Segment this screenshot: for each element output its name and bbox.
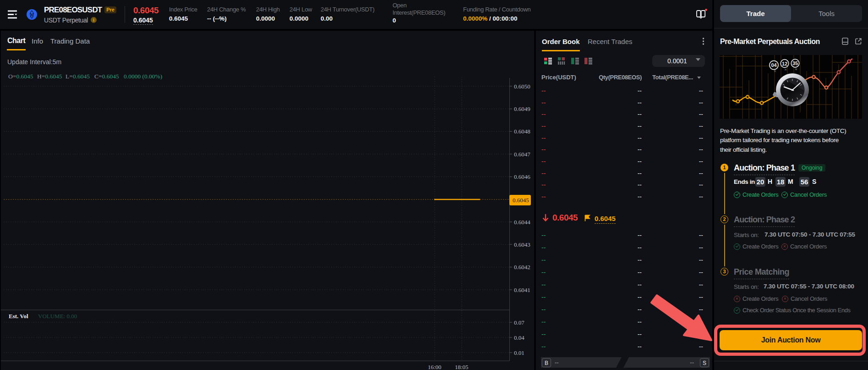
- svg-text:0.0000 (0.00%): 0.0000 (0.00%): [124, 73, 162, 80]
- svg-text:04: 04: [771, 62, 777, 68]
- svg-text:O=0.6045: O=0.6045: [8, 73, 33, 80]
- svg-text:0.6050: 0.6050: [514, 83, 530, 90]
- svg-text:0.6044: 0.6044: [514, 219, 530, 226]
- svg-text:16:00: 16:00: [428, 364, 442, 370]
- svg-text:0.04: 0.04: [514, 334, 524, 341]
- svg-text:M: M: [795, 68, 797, 71]
- svg-text:C=0.6045: C=0.6045: [94, 73, 119, 80]
- svg-text:12: 12: [782, 61, 787, 66]
- svg-text:0.01: 0.01: [514, 349, 524, 356]
- svg-text:H: H: [785, 68, 786, 71]
- svg-text:18:05: 18:05: [455, 364, 469, 370]
- svg-text:0.6048: 0.6048: [514, 128, 530, 135]
- svg-text:D: D: [774, 70, 776, 72]
- svg-text:0.07: 0.07: [514, 319, 524, 326]
- svg-text:0.6047: 0.6047: [514, 151, 530, 158]
- svg-text:L=0.6045: L=0.6045: [66, 73, 90, 80]
- svg-text:0.6049: 0.6049: [514, 105, 530, 112]
- svg-text:H=0.6045: H=0.6045: [37, 73, 62, 80]
- svg-text:0.6046: 0.6046: [514, 173, 530, 180]
- svg-text:0.6043: 0.6043: [514, 241, 530, 248]
- svg-text:35: 35: [792, 61, 798, 66]
- svg-text:Est. Vol: Est. Vol: [9, 313, 28, 320]
- svg-text:0.6041: 0.6041: [514, 287, 530, 293]
- svg-text:VOLUME: 0.00: VOLUME: 0.00: [38, 313, 77, 320]
- svg-text:0.6042: 0.6042: [514, 264, 530, 271]
- svg-text:0.6045: 0.6045: [513, 197, 529, 204]
